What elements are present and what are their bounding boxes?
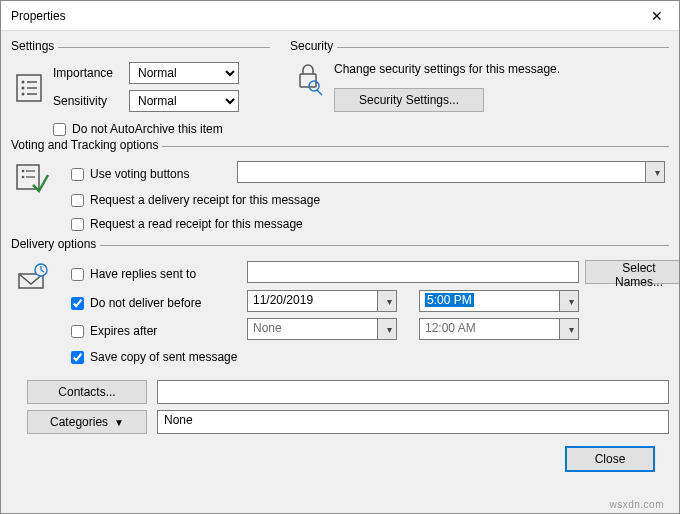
window-title: Properties [11, 9, 66, 23]
close-button[interactable]: Close [565, 446, 655, 472]
settings-legend: Settings [11, 39, 58, 53]
categories-input[interactable]: None [157, 410, 669, 434]
contacts-input[interactable] [157, 380, 669, 404]
select-names-button[interactable]: Select Names... [585, 260, 680, 284]
read-receipt-checkbox[interactable] [71, 218, 84, 231]
sensitivity-select[interactable]: Normal [129, 90, 239, 112]
have-replies-input[interactable] [247, 261, 579, 283]
security-icon [294, 62, 334, 112]
contacts-button[interactable]: Contacts... [27, 380, 147, 404]
svg-point-11 [22, 170, 25, 173]
expires-label: Expires after [90, 324, 157, 338]
have-replies-label: Have replies sent to [90, 267, 196, 281]
watermark: wsxdn.com [609, 499, 664, 510]
chevron-down-icon: ▾ [655, 167, 660, 178]
use-voting-label: Use voting buttons [90, 167, 189, 181]
svg-point-3 [22, 87, 25, 90]
security-description: Change security settings for this messag… [334, 62, 665, 88]
settings-group: Settings Impor [11, 47, 270, 142]
security-group: Security Change security settings for th… [290, 47, 669, 142]
expires-checkbox[interactable] [71, 325, 84, 338]
settings-icon [15, 71, 53, 103]
chevron-down-icon: ▾ [387, 324, 392, 335]
chevron-down-icon: ▾ [387, 296, 392, 307]
voting-legend: Voting and Tracking options [11, 138, 162, 152]
autoarchive-label: Do not AutoArchive this item [72, 122, 223, 136]
categories-button[interactable]: Categories ▼ [27, 410, 147, 434]
do-not-deliver-label: Do not deliver before [90, 296, 201, 310]
expires-time-combo[interactable]: 12:00 AM ▾ [419, 318, 579, 340]
do-not-deliver-date-combo[interactable]: 11/20/2019 ▾ [247, 290, 397, 312]
delivery-receipt-checkbox[interactable] [71, 194, 84, 207]
importance-label: Importance [53, 66, 129, 80]
sensitivity-label: Sensitivity [53, 94, 129, 108]
save-copy-label: Save copy of sent message [90, 350, 237, 364]
titlebar: Properties ✕ [1, 1, 679, 31]
save-copy-checkbox[interactable] [71, 351, 84, 364]
chevron-down-icon: ▾ [569, 324, 574, 335]
chevron-down-icon: ▾ [569, 296, 574, 307]
expires-date-combo[interactable]: None ▾ [247, 318, 397, 340]
svg-point-5 [22, 93, 25, 96]
content: Settings Impor [1, 31, 679, 482]
delivery-legend: Delivery options [11, 237, 100, 251]
security-legend: Security [290, 39, 337, 53]
close-icon[interactable]: ✕ [634, 1, 679, 31]
autoarchive-checkbox[interactable] [53, 123, 66, 136]
delivery-group: Delivery options Have replies sent to Se… [11, 245, 669, 370]
svg-point-13 [22, 176, 25, 179]
do-not-deliver-checkbox[interactable] [71, 297, 84, 310]
svg-line-9 [317, 90, 322, 95]
have-replies-checkbox[interactable] [71, 268, 84, 281]
use-voting-checkbox[interactable] [71, 168, 84, 181]
do-not-deliver-time-combo[interactable]: 5:00 PM ▾ [419, 290, 579, 312]
read-receipt-label: Request a read receipt for this message [90, 217, 303, 231]
voting-group: Voting and Tracking options Use voting b… [11, 146, 669, 237]
svg-point-1 [22, 81, 25, 84]
security-settings-button[interactable]: Security Settings... [334, 88, 484, 112]
chevron-down-icon: ▼ [114, 417, 124, 428]
delivery-receipt-label: Request a delivery receipt for this mess… [90, 193, 320, 207]
importance-select[interactable]: Normal [129, 62, 239, 84]
delivery-icon [15, 260, 65, 294]
voting-icon [15, 161, 65, 193]
voting-combo[interactable]: ▾ [237, 161, 665, 183]
